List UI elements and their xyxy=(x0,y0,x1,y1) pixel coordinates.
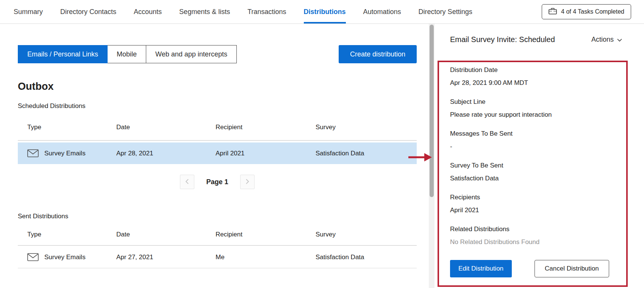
sent-distributions-title: Sent Distributions xyxy=(18,213,417,220)
row-type: Survey Emails xyxy=(44,254,86,261)
column-header-survey: Survey xyxy=(316,231,417,238)
column-header-type: Type xyxy=(18,124,116,131)
annotation-highlight-box: Distribution Date Apr 28, 2021 9:00 AM M… xyxy=(438,61,628,287)
column-header-survey: Survey xyxy=(316,124,417,131)
nav-tab-summary[interactable]: Summary xyxy=(14,0,43,23)
table-row-scheduled-distribution[interactable]: Survey Emails Apr 28, 2021 April 2021 Sa… xyxy=(18,142,417,164)
tab-emails-personal-links[interactable]: Emails / Personal Links xyxy=(18,45,108,63)
field-label: Messages To Be Sent xyxy=(450,130,619,138)
nav-tab-accounts[interactable]: Accounts xyxy=(134,0,162,23)
briefcase-icon xyxy=(549,8,557,16)
tab-mobile[interactable]: Mobile xyxy=(107,45,146,63)
top-navigation: Summary Directory Contacts Accounts Segm… xyxy=(0,0,644,24)
distribution-detail-panel: Email Survey Invite: Scheduled Actions D… xyxy=(435,24,644,288)
scrollbar-thumb[interactable] xyxy=(430,25,434,197)
nav-tab-directory-settings[interactable]: Directory Settings xyxy=(419,0,472,23)
sent-distributions-table: Type Date Recipient Survey Survey Emails… xyxy=(18,231,417,268)
page-label: Page 1 xyxy=(206,178,228,186)
distribution-toolbar: Emails / Personal Links Mobile Web and a… xyxy=(18,45,417,63)
row-survey: Satisfaction Data xyxy=(316,150,417,157)
field-label: Survey To Be Sent xyxy=(450,161,619,170)
envelope-icon xyxy=(27,253,39,261)
envelope-icon xyxy=(27,149,39,157)
pagination: Page 1 xyxy=(18,175,417,189)
row-date: Apr 27, 2021 xyxy=(116,254,216,261)
actions-dropdown-button[interactable]: Actions xyxy=(591,36,622,44)
field-value: - xyxy=(450,142,619,151)
row-survey: Satisfaction Data xyxy=(316,254,417,261)
table-row-sent-distribution[interactable]: Survey Emails Apr 27, 2021 Me Satisfacti… xyxy=(18,246,417,268)
scheduled-distributions-title: Scheduled Distributions xyxy=(18,102,417,110)
row-recipient: April 2021 xyxy=(216,150,316,157)
detail-panel-header: Email Survey Invite: Scheduled Actions xyxy=(450,35,622,44)
field-label: Subject Line xyxy=(450,98,619,106)
column-header-type: Type xyxy=(18,231,116,238)
field-value: Apr 28, 2021 9:00 AM MDT xyxy=(450,79,619,87)
nav-tab-transactions[interactable]: Transactions xyxy=(247,0,286,23)
detail-panel-buttons: Edit Distribution Cancel Distribution xyxy=(450,260,619,277)
field-recipients: Recipients April 2021 xyxy=(450,193,619,214)
distributions-main: Emails / Personal Links Mobile Web and a… xyxy=(0,24,429,288)
column-header-recipient: Recipient xyxy=(216,124,316,131)
field-messages-to-be-sent: Messages To Be Sent - xyxy=(450,130,619,151)
nav-tab-automations[interactable]: Automations xyxy=(363,0,401,23)
tasks-completed-button[interactable]: 4 of 4 Tasks Completed xyxy=(542,4,631,19)
row-type: Survey Emails xyxy=(44,150,86,157)
row-date: Apr 28, 2021 xyxy=(116,150,216,157)
field-value: Please rate your support interaction xyxy=(450,111,619,119)
tasks-completed-label: 4 of 4 Tasks Completed xyxy=(561,8,624,15)
field-related-distributions: Related Distributions No Related Distrib… xyxy=(450,225,619,246)
actions-label: Actions xyxy=(591,36,614,44)
cancel-distribution-button[interactable]: Cancel Distribution xyxy=(535,260,609,277)
field-distribution-date: Distribution Date Apr 28, 2021 9:00 AM M… xyxy=(450,66,619,87)
distribution-channel-tabs: Emails / Personal Links Mobile Web and a… xyxy=(18,45,237,63)
content-area: Emails / Personal Links Mobile Web and a… xyxy=(0,24,644,288)
chevron-left-icon xyxy=(185,178,189,186)
nav-tab-segments-lists[interactable]: Segments & lists xyxy=(179,0,230,23)
chevron-right-icon xyxy=(245,178,249,186)
detail-panel-title: Email Survey Invite: Scheduled xyxy=(450,35,555,44)
column-header-recipient: Recipient xyxy=(216,231,316,238)
field-value: No Related Distributions Found xyxy=(450,238,619,246)
chevron-down-icon xyxy=(617,36,622,44)
column-header-date: Date xyxy=(116,231,216,238)
field-subject-line: Subject Line Please rate your support in… xyxy=(450,98,619,119)
scheduled-table-header: Type Date Recipient Survey xyxy=(18,124,417,141)
sent-table-header: Type Date Recipient Survey xyxy=(18,231,417,246)
field-value: Satisfaction Data xyxy=(450,174,619,183)
scheduled-distributions-table: Type Date Recipient Survey Survey Emails… xyxy=(18,124,417,164)
field-label: Recipients xyxy=(450,193,619,202)
next-page-button[interactable] xyxy=(240,175,255,189)
field-survey-to-be-sent: Survey To Be Sent Satisfaction Data xyxy=(450,161,619,183)
row-recipient: Me xyxy=(216,254,316,261)
nav-tab-distributions[interactable]: Distributions xyxy=(304,0,346,23)
field-label: Related Distributions xyxy=(450,225,619,233)
field-label: Distribution Date xyxy=(450,66,619,74)
column-header-date: Date xyxy=(116,124,216,131)
nav-tab-directory-contacts[interactable]: Directory Contacts xyxy=(60,0,116,23)
create-distribution-button[interactable]: Create distribution xyxy=(339,45,417,63)
annotation-arrow-icon xyxy=(408,152,433,162)
outbox-title: Outbox xyxy=(18,80,417,92)
tab-web-app-intercepts[interactable]: Web and app intercepts xyxy=(146,45,237,63)
nav-tabs: Summary Directory Contacts Accounts Segm… xyxy=(14,0,472,23)
edit-distribution-button[interactable]: Edit Distribution xyxy=(450,260,512,277)
previous-page-button[interactable] xyxy=(180,175,194,189)
field-value: April 2021 xyxy=(450,206,619,214)
